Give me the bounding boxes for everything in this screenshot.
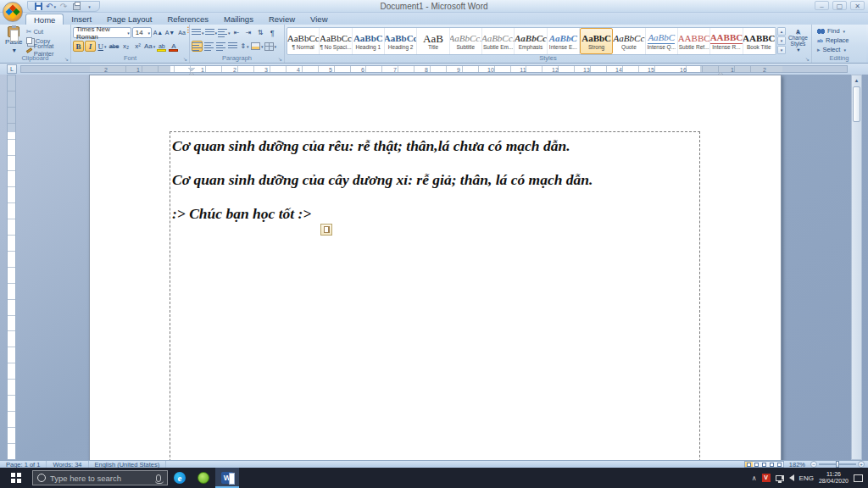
grow-font-button[interactable]: A▲ [153, 27, 164, 38]
style-emphasis[interactable]: AaBbCcEmphasis [515, 28, 547, 54]
style-no-spacing[interactable]: AaBbCc¶ No Spaci... [320, 28, 352, 54]
superscript-button[interactable]: x² [132, 41, 143, 52]
style-subtle-emphasis[interactable]: AaBbCc.Subtle Em... [482, 28, 515, 54]
clipboard-dialog-launcher[interactable]: ↘ [64, 56, 69, 62]
underline-button[interactable]: U▾ [97, 41, 108, 52]
style-title[interactable]: AaBTitle [417, 28, 449, 54]
style-heading-1[interactable]: AaBbCHeading 1 [353, 28, 385, 54]
office-button[interactable] [3, 2, 23, 22]
draft-button[interactable] [776, 462, 783, 467]
tab-review[interactable]: Review [261, 14, 303, 25]
tab-selector-button[interactable]: L [7, 64, 17, 74]
paragraph-dialog-launcher[interactable]: ↘ [278, 56, 282, 62]
font-dialog-launcher[interactable]: ↘ [183, 56, 187, 62]
style-quote[interactable]: AaBbCcQuote [613, 28, 645, 54]
subscript-button[interactable]: x₂ [120, 41, 131, 52]
strikethrough-button[interactable]: abe [108, 41, 120, 52]
style-intense-emphasis[interactable]: AaBbCIntense E... [548, 28, 580, 54]
change-case-button[interactable]: Aa▾ [144, 41, 155, 52]
paste-options-button[interactable] [320, 224, 332, 236]
full-screen-reading-button[interactable] [753, 462, 760, 467]
align-center-button[interactable] [203, 41, 214, 52]
multilevel-list-button[interactable]: ▾ [218, 27, 231, 38]
input-method-icon[interactable]: V [762, 474, 771, 482]
paragraph-1[interactable]: Cơ quan sinh dưỡng của rêu: rễ thật; thâ… [172, 136, 698, 156]
sort-button[interactable]: ⇅ [255, 27, 266, 38]
align-right-button[interactable] [215, 41, 226, 52]
style-normal[interactable]: AaBbCc¶ Normal [287, 28, 320, 54]
maximize-button[interactable]: ▢ [832, 1, 847, 10]
bullets-button[interactable]: ▾ [192, 27, 204, 38]
tray-language[interactable]: ENG [799, 474, 814, 482]
outline-button[interactable] [768, 462, 776, 467]
format-painter-button[interactable]: Format Painter [26, 46, 69, 54]
tray-clock[interactable]: 11:26 28/04/2020 [819, 471, 849, 485]
web-layout-button[interactable] [760, 462, 768, 467]
taskbar-search[interactable]: Type here to search [32, 470, 168, 485]
tab-home[interactable]: Home [25, 14, 64, 25]
taskbar-coccoc[interactable] [192, 468, 215, 488]
numbering-button[interactable]: ▾ [205, 27, 218, 38]
shrink-font-button[interactable]: A▼ [164, 27, 175, 38]
style-subtitle[interactable]: AaBbCc.Subtitle [450, 28, 482, 54]
paragraph-2[interactable]: Cơ quan sinh dưỡng của cây dương xỉ: rễ … [172, 170, 698, 190]
scroll-up-icon[interactable]: ▲ [852, 75, 861, 86]
bold-button[interactable]: B [73, 41, 84, 52]
tab-insert[interactable]: Insert [64, 14, 99, 25]
justify-button[interactable] [227, 41, 238, 52]
taskbar-word[interactable]: W [215, 468, 239, 488]
decrease-indent-button[interactable]: ⇤ [231, 27, 242, 38]
scrollbar-thumb[interactable] [853, 86, 860, 122]
tab-page-layout[interactable]: Page Layout [99, 14, 159, 25]
font-color-button[interactable]: A [168, 41, 179, 52]
gallery-more-button[interactable]: ▾ [777, 46, 786, 54]
zoom-track[interactable] [819, 463, 856, 465]
minimize-button[interactable]: – [815, 1, 829, 10]
find-button[interactable]: Find▾ [814, 26, 865, 36]
horizontal-ruler[interactable]: 2 1 1 2 3 4 5 6 7 8 9 10 11 12 13 14 15 … [20, 65, 848, 73]
style-book-title[interactable]: AABBCBook Title [743, 28, 776, 54]
tab-references[interactable]: References [159, 14, 216, 25]
tray-expand-icon[interactable]: ∧ [752, 474, 757, 482]
cut-button[interactable]: ✂Cut [26, 28, 69, 36]
clear-formatting-button[interactable]: Aa [176, 27, 187, 38]
print-layout-button[interactable] [745, 462, 753, 467]
taskbar-edge[interactable]: e [168, 468, 192, 488]
gallery-down-button[interactable]: ▾ [777, 36, 786, 45]
paragraph-3[interactable]: :> Chúc bạn học tốt :> [172, 204, 698, 224]
start-button[interactable] [0, 468, 32, 488]
change-styles-button[interactable]: A Change Styles ▾ [787, 26, 810, 54]
increase-indent-button[interactable]: ⇥ [243, 27, 254, 38]
style-intense-reference[interactable]: AABBCIntense R... [710, 28, 743, 54]
zoom-thumb[interactable] [836, 461, 839, 468]
style-strong[interactable]: AaBbCStrong [580, 28, 613, 54]
style-heading-2[interactable]: AaBbCcHeading 2 [385, 28, 417, 54]
style-intense-quote[interactable]: AaBbCIntense Q... [646, 28, 678, 54]
action-center-icon[interactable] [854, 474, 863, 482]
style-subtle-reference[interactable]: AABBCSubtle Ref... [678, 28, 710, 54]
select-button[interactable]: ▸Select▾ [814, 45, 865, 54]
tab-mailings[interactable]: Mailings [216, 14, 261, 25]
document-page[interactable]: Cơ quan sinh dưỡng của rêu: rễ thật; thâ… [89, 75, 782, 460]
gallery-up-button[interactable]: ▴ [777, 27, 786, 36]
font-family-combo[interactable]: Times New Roman▾ [73, 27, 131, 38]
close-button[interactable]: ✕ [850, 1, 865, 10]
vertical-scrollbar[interactable]: ▲ [851, 75, 862, 460]
volume-icon[interactable] [789, 474, 794, 481]
italic-button[interactable]: I [85, 41, 96, 52]
paste-button[interactable]: Paste ▾ [2, 26, 26, 54]
first-line-indent-marker[interactable] [188, 68, 195, 71]
zoom-in-button[interactable]: + [858, 461, 865, 468]
borders-button[interactable]: ▾ [264, 41, 277, 52]
shading-button[interactable]: ▾ [251, 41, 264, 52]
font-size-combo[interactable]: 14▾ [132, 27, 152, 38]
show-hide-button[interactable]: ¶ [267, 27, 278, 38]
vertical-ruler[interactable] [7, 75, 16, 460]
document-text[interactable]: Cơ quan sinh dưỡng của rêu: rễ thật; thâ… [172, 136, 698, 238]
zoom-out-button[interactable]: − [810, 461, 817, 468]
microphone-icon[interactable] [156, 474, 161, 482]
tab-view[interactable]: View [303, 14, 335, 25]
highlight-button[interactable]: ab [156, 41, 167, 52]
line-spacing-button[interactable]: ⇕▾ [239, 41, 250, 52]
align-left-button[interactable] [192, 41, 203, 52]
